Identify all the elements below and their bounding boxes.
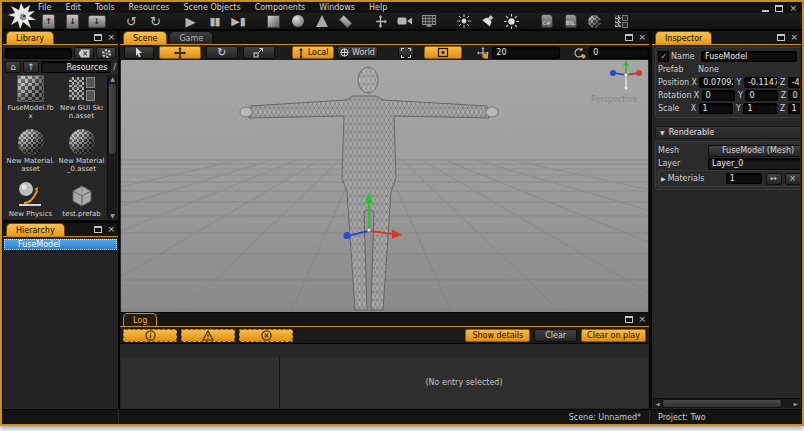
move-tool-button[interactable] xyxy=(159,46,201,59)
layer-dropdown[interactable]: Layer_0 xyxy=(708,158,800,170)
tab-inspector[interactable]: Inspector xyxy=(655,31,712,44)
asset-test-prefab[interactable]: test.prefab xyxy=(56,181,107,220)
mesh-value-button[interactable]: FuseModel (Mesh) xyxy=(708,145,800,157)
step-button[interactable]: ▶▮ xyxy=(228,14,249,29)
log-error-filter-button[interactable] xyxy=(239,329,293,342)
rotate-snap-input[interactable]: 0 xyxy=(589,47,649,59)
asset-new-material[interactable]: New Material.asset xyxy=(5,128,56,175)
undo-button[interactable]: ↺ xyxy=(121,14,142,29)
log-entry-list[interactable] xyxy=(121,357,280,408)
active-checkbox[interactable]: ✓ xyxy=(658,51,669,62)
log-close-icon[interactable]: × xyxy=(638,315,646,323)
create-bsl-script-button[interactable]: BSL xyxy=(560,14,581,29)
create-material-button[interactable] xyxy=(584,14,605,29)
maximize-icon[interactable] xyxy=(775,5,783,12)
pivot-mode-button[interactable] xyxy=(424,46,462,59)
redo-button[interactable]: ↻ xyxy=(145,14,166,29)
export-screen-button[interactable]: ↓ xyxy=(86,14,107,29)
create-camera-button[interactable] xyxy=(394,14,415,29)
export-file-button[interactable]: ↓ xyxy=(62,14,83,29)
minimize-icon[interactable] xyxy=(762,10,769,12)
create-sphere-button[interactable] xyxy=(287,14,308,29)
world-space-button[interactable]: World xyxy=(337,46,379,59)
hierarchy-item-fusemodel[interactable]: FuseModel xyxy=(4,239,117,250)
create-cs-script-button[interactable]: C# xyxy=(536,14,557,29)
create-gizmo-button[interactable] xyxy=(370,14,391,29)
clear-log-button[interactable]: Clear xyxy=(534,329,577,342)
tab-game[interactable]: Game xyxy=(169,31,213,44)
tab-log[interactable]: Log xyxy=(123,313,157,326)
expand-icon[interactable]: ▶ xyxy=(661,175,666,182)
library-settings-button[interactable] xyxy=(96,47,116,59)
pause-button[interactable]: ▮▮ xyxy=(204,14,225,29)
menu-item-scene-objects[interactable]: Scene Objects xyxy=(183,3,240,12)
move-snap-input[interactable]: 20 xyxy=(492,47,560,59)
name-input[interactable]: FuseModel xyxy=(701,51,797,62)
tab-hierarchy[interactable]: Hierarchy xyxy=(6,223,65,236)
inspector-maximize-icon[interactable] xyxy=(777,34,785,41)
local-space-button[interactable]: Local xyxy=(292,46,334,59)
create-plane-button[interactable] xyxy=(335,14,356,29)
menu-item-tools[interactable]: Tools xyxy=(95,3,115,12)
menu-item-windows[interactable]: Windows xyxy=(319,3,355,12)
rotation-x-input[interactable]: 0 xyxy=(702,90,736,101)
select-tool-button[interactable] xyxy=(124,46,154,59)
scroll-up-icon[interactable]: ▲ xyxy=(110,75,115,82)
materials-resize-button[interactable]: ↔ xyxy=(766,173,782,185)
asset-fusemodel-fbx[interactable]: FuseModel.fbx xyxy=(5,75,56,122)
rotate-tool-button[interactable]: ↻ xyxy=(206,46,238,59)
folder-dropdown[interactable]: Resources xyxy=(41,61,111,73)
menu-item-components[interactable]: Components xyxy=(255,3,306,12)
frame-selected-button[interactable] xyxy=(398,46,414,59)
create-cube-button[interactable] xyxy=(263,14,284,29)
materials-count-input[interactable]: 1 xyxy=(726,173,762,184)
create-cone-button[interactable] xyxy=(311,14,332,29)
scene-maximize-icon[interactable] xyxy=(625,34,633,41)
materials-remove-button[interactable]: × xyxy=(785,173,800,185)
import-file-button[interactable]: ↑ xyxy=(38,14,59,29)
rotation-y-input[interactable]: 0 xyxy=(745,90,778,101)
home-button[interactable]: ⌂ xyxy=(5,61,21,73)
close-icon[interactable]: × xyxy=(789,4,797,12)
scene-viewport[interactable]: Perspective xyxy=(121,60,648,312)
library-scrollbar[interactable]: ▲ ▼ xyxy=(107,75,117,219)
library-search-input[interactable] xyxy=(5,48,72,59)
asset-new-gui-skin[interactable]: New GUI Skin.asset xyxy=(56,75,107,122)
inspector-close-icon[interactable]: × xyxy=(790,33,798,41)
rotation-z-input[interactable]: 0 xyxy=(788,90,800,101)
tab-scene[interactable]: Scene xyxy=(123,31,167,44)
scroll-thumb[interactable] xyxy=(662,399,782,408)
menu-item-help[interactable]: Help xyxy=(369,3,387,12)
library-maximize-icon[interactable] xyxy=(94,34,102,41)
log-maximize-icon[interactable] xyxy=(625,316,633,323)
scale-y-input[interactable]: 1 xyxy=(743,103,777,114)
scale-x-input[interactable]: 1 xyxy=(699,103,734,114)
renderable-section-header[interactable]: ▼ Renderable xyxy=(655,126,800,139)
menu-item-resources[interactable]: Resources xyxy=(129,3,170,12)
position-z-input[interactable]: -4.012 xyxy=(788,77,800,88)
scroll-thumb[interactable] xyxy=(108,83,117,155)
asset-new-physics-material[interactable]: New Physics xyxy=(5,181,56,220)
up-folder-button[interactable]: ↑ xyxy=(23,61,39,73)
create-directional-light-button[interactable] xyxy=(501,14,522,29)
create-render-texture-button[interactable] xyxy=(608,14,634,29)
create-point-light-button[interactable] xyxy=(453,14,474,29)
create-spot-light-button[interactable] xyxy=(477,14,498,29)
show-details-button[interactable]: Show details xyxy=(465,329,530,342)
menu-item-file[interactable]: File xyxy=(38,3,51,12)
create-display-button[interactable] xyxy=(418,14,439,29)
play-button[interactable]: ▶ xyxy=(180,14,201,29)
position-x-input[interactable]: 0.070929 xyxy=(699,77,733,88)
hierarchy-close-icon[interactable]: × xyxy=(107,225,115,233)
log-warning-filter-button[interactable] xyxy=(181,329,235,342)
scroll-down-icon[interactable]: ▼ xyxy=(110,212,115,219)
scale-tool-button[interactable] xyxy=(243,46,275,59)
scale-z-input[interactable]: 1 xyxy=(788,103,800,114)
scroll-right-icon[interactable]: ► xyxy=(793,400,798,407)
inspector-hscrollbar[interactable]: ◄ ► xyxy=(653,398,800,408)
clear-search-button[interactable] xyxy=(74,47,94,59)
menu-item-edit[interactable]: Edit xyxy=(65,3,81,12)
library-close-icon[interactable]: × xyxy=(107,33,115,41)
scroll-left-icon[interactable]: ◄ xyxy=(655,400,660,407)
clear-on-play-button[interactable]: Clear on play xyxy=(581,329,646,342)
